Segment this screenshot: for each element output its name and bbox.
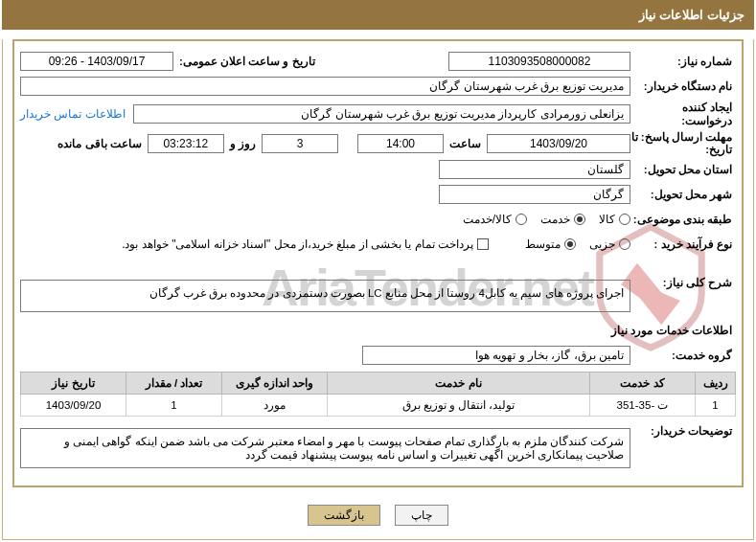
label-hour: ساعت xyxy=(444,137,487,150)
radio-medium[interactable]: متوسط xyxy=(525,237,576,251)
radio-label-minor: جزیی xyxy=(589,237,615,251)
radio-label-both: کالا/خدمت xyxy=(463,213,512,226)
value-buyer-notes: شرکت کنندگان ملزم به بارگذاری تمام صفحات… xyxy=(20,428,630,468)
button-bar: چاپ بازگشت xyxy=(3,497,753,539)
value-creator: یزانعلی زورمرادی کارپرداز مدیریت توزیع ب… xyxy=(133,104,630,124)
value-deadline-hour: 14:00 xyxy=(357,134,444,153)
label-need-desc: شرح کلی نیاز: xyxy=(630,276,736,289)
radio-minor[interactable]: جزیی xyxy=(589,237,630,251)
label-city: شهر محل تحویل: xyxy=(630,188,736,201)
label-creator: ایجاد کننده درخواست: xyxy=(630,101,736,127)
th-unit: واحد اندازه گیری xyxy=(222,373,328,395)
value-service-group: تامین برق، گاز، بخار و تهویه هوا xyxy=(362,346,630,365)
th-code: کد خدمت xyxy=(590,373,696,395)
radio-both[interactable]: کالا/خدمت xyxy=(463,213,527,226)
form-container: شماره نیاز: 1103093508000082 تاریخ و ساع… xyxy=(12,39,744,487)
cell-row: 1 xyxy=(696,395,736,417)
radio-label-goods: کالا xyxy=(599,213,615,226)
value-buyer-org: مدیریت توزیع برق غرب شهرستان گرگان xyxy=(20,77,630,96)
radio-service[interactable]: خدمت xyxy=(540,213,585,226)
cell-name: تولید، انتقال و توزیع برق xyxy=(328,395,590,417)
value-province: گلستان xyxy=(439,160,630,179)
table-row: 1 ت -35-351 تولید، انتقال و توزیع برق مو… xyxy=(21,395,736,417)
cell-qty: 1 xyxy=(126,395,222,417)
label-days-and: روز و xyxy=(224,137,262,150)
th-row: ردیف xyxy=(696,373,736,395)
services-table: ردیف کد خدمت نام خدمت واحد اندازه گیری ت… xyxy=(20,372,736,417)
th-qty: تعداد / مقدار xyxy=(126,373,222,395)
radio-label-medium: متوسط xyxy=(525,237,561,251)
label-buyer-notes: توضیحات خریدار: xyxy=(630,424,736,438)
label-need-no: شماره نیاز: xyxy=(630,55,736,68)
value-city: گرگان xyxy=(439,185,630,204)
value-countdown: 03:23:12 xyxy=(148,134,224,153)
cell-code: ت -35-351 xyxy=(590,395,696,417)
checkbox-box-payment xyxy=(477,238,489,250)
radio-dot-service xyxy=(574,214,585,225)
contact-link[interactable]: اطلاعات تماس خریدار xyxy=(20,107,133,121)
label-province: استان محل تحویل: xyxy=(630,163,736,176)
cell-unit: مورد xyxy=(222,395,328,417)
label-remain: ساعت باقی مانده xyxy=(52,137,147,150)
radio-label-service: خدمت xyxy=(540,213,570,226)
value-days: 3 xyxy=(262,134,338,153)
value-need-desc: اجرای پروژه های سیم به کابل4 روستا از مح… xyxy=(20,280,630,312)
checkbox-payment[interactable]: پرداخت تمام یا بخشی از مبلغ خرید،از محل … xyxy=(122,237,489,251)
th-need-date: تاریخ نیاز xyxy=(21,373,126,395)
label-deadline: مهلت ارسال پاسخ: تا تاریخ: xyxy=(630,131,736,155)
value-deadline-date: 1403/09/20 xyxy=(487,134,630,153)
checkbox-label-payment: پرداخت تمام یا بخشی از مبلغ خرید،از محل … xyxy=(122,237,473,251)
radio-dot-both xyxy=(515,214,527,225)
radio-dot-medium xyxy=(564,238,576,250)
radio-goods[interactable]: کالا xyxy=(599,213,630,226)
back-button[interactable]: بازگشت xyxy=(308,505,380,526)
label-category: طبقه بندی موضوعی: xyxy=(630,213,736,226)
details-panel: جزئیات اطلاعات نیاز شماره نیاز: 11030935… xyxy=(2,0,754,540)
label-buy-type: نوع فرآیند خرید : xyxy=(630,237,736,251)
label-service-group: گروه خدمت: xyxy=(630,349,736,362)
value-announce-date: 1403/09/17 - 09:26 xyxy=(20,52,173,71)
print-button[interactable]: چاپ xyxy=(395,505,448,526)
section-services-info: اطلاعات خدمات مورد نیاز xyxy=(24,324,732,337)
th-name: نام خدمت xyxy=(328,373,590,395)
table-header-row: ردیف کد خدمت نام خدمت واحد اندازه گیری ت… xyxy=(21,373,736,395)
radio-dot-goods xyxy=(619,214,630,225)
panel-title: جزئیات اطلاعات نیاز xyxy=(2,0,754,30)
panel-body: شماره نیاز: 1103093508000082 تاریخ و ساع… xyxy=(2,39,754,540)
radio-dot-minor xyxy=(619,238,630,250)
cell-need-date: 1403/09/20 xyxy=(21,395,126,417)
label-announce-date: تاریخ و ساعت اعلان عمومی: xyxy=(173,55,321,68)
value-need-no: 1103093508000082 xyxy=(448,52,630,71)
label-buyer-org: نام دستگاه خریدار: xyxy=(630,79,736,93)
